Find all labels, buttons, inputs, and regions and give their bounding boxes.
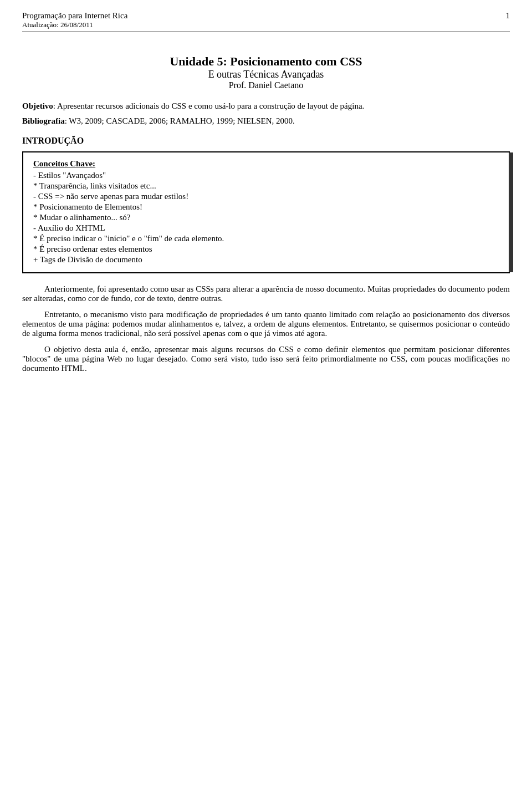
main-subtitle: E outras Técnicas Avançadas	[22, 69, 510, 80]
key-line-7: * É preciso indicar o "início" e o "fim"…	[33, 234, 499, 243]
key-line-5: * Mudar o alinhamento... só?	[33, 213, 499, 222]
objective-text: Objetivo: Apresentar recursos adicionais…	[22, 101, 364, 110]
key-line-3: - CSS => não serve apenas para mudar est…	[33, 192, 499, 201]
key-line-8: * É preciso ordenar estes elementos	[33, 245, 499, 254]
page-header: Programação para Internet Rica Atualizaç…	[22, 11, 510, 32]
key-line-6: - Auxílio do XHTML	[33, 223, 499, 233]
main-title: Unidade 5: Posicionamento com CSS	[22, 54, 510, 69]
paragraph-3: O objetivo desta aula é, então, apresent…	[22, 345, 510, 373]
bibliography-label: Bibliografia	[22, 116, 65, 125]
unit-suffix: : Posicionamento com CSS	[223, 54, 362, 68]
section-title: INTRODUÇÃO	[22, 136, 510, 146]
main-title-section: Unidade 5: Posicionamento com CSS E outr…	[22, 54, 510, 90]
key-line-2: * Transparência, links visitados etc...	[33, 181, 499, 191]
unit-label: Unidade 5	[170, 54, 223, 68]
paragraph-1: Anteriormente, foi apresentado como usar…	[22, 284, 510, 303]
bibliography-content: : W3, 2009; CASCADE, 2006; RAMALHO, 1999…	[65, 116, 295, 125]
header-title: Programação para Internet Rica	[22, 11, 127, 21]
key-line-9: + Tags de Divisão de documento	[33, 255, 499, 264]
header-subtitle: Atualização: 26/08/2011	[22, 21, 127, 29]
objective-label: Objetivo	[22, 101, 53, 110]
header-page-number: 1	[506, 11, 510, 21]
key-line-4: * Posicionamento de Elementos!	[33, 202, 499, 212]
key-concepts-content: - Estilos "Avançados" * Transparência, l…	[33, 171, 499, 264]
header-left: Programação para Internet Rica Atualizaç…	[22, 11, 127, 29]
objective-section: Objetivo: Apresentar recursos adicionais…	[22, 101, 510, 111]
key-line-1: - Estilos "Avançados"	[33, 171, 499, 180]
paragraph-2: Entretanto, o mecanismo visto para modif…	[22, 310, 510, 338]
key-concepts-title: Conceitos Chave:	[33, 159, 499, 169]
main-author: Prof. Daniel Caetano	[22, 80, 510, 90]
bibliography-text: Bibliografia: W3, 2009; CASCADE, 2006; R…	[22, 116, 295, 125]
key-concepts-box: Conceitos Chave: - Estilos "Avançados" *…	[22, 151, 510, 273]
bibliography-section: Bibliografia: W3, 2009; CASCADE, 2006; R…	[22, 116, 510, 126]
introduction-section: INTRODUÇÃO Conceitos Chave: - Estilos "A…	[22, 136, 510, 273]
page: Programação para Internet Rica Atualizaç…	[0, 0, 532, 794]
objective-content: : Apresentar recursos adicionais do CSS …	[53, 101, 365, 110]
